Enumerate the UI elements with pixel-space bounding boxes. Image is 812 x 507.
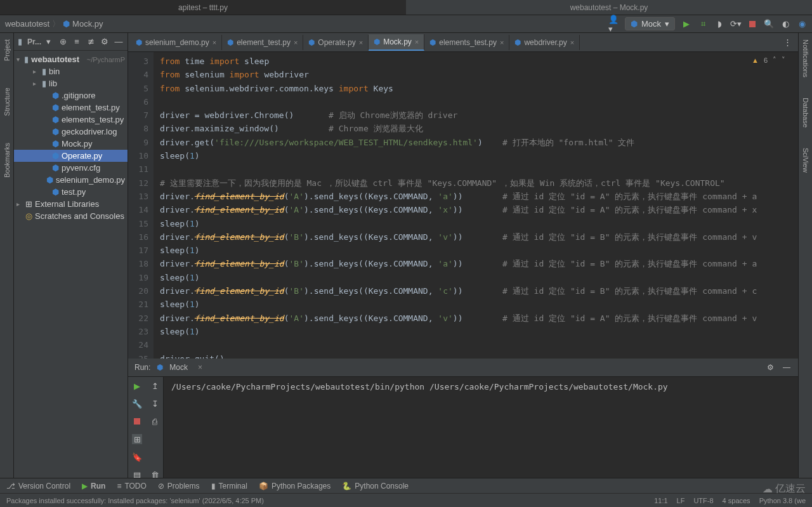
run-config-selector[interactable]: ⬢ Mock ▾ [625,17,675,30]
tree-file[interactable]: ⬢pyvenv.cfg [14,162,128,174]
close-icon[interactable]: × [570,39,574,46]
line-separator[interactable]: LF [677,497,685,504]
filter-icon[interactable]: ▤ [132,470,142,478]
python-file-icon: ⬢ [514,38,521,47]
step-down-icon[interactable]: ↧ [150,398,160,409]
breadcrumb-separator: 〉 [52,18,60,30]
tool-python-console[interactable]: 🐍 Python Console [342,482,409,491]
navbar: webautotest 〉 ⬢ Mock.py 👤▾ ⬢ Mock ▾ ▶ ⌗ … [0,15,812,33]
project-header: ▮ Pr... ▾ ⊕ ≡ ≢ ⚙ — [14,33,128,51]
tree-file[interactable]: ⬢element_test.py [14,102,128,114]
run-output-line: /Users/caoke/PycharmProjects/webautotest… [171,382,790,392]
stop-icon[interactable] [747,19,757,29]
side-tab-project[interactable]: Project [2,36,12,65]
wrench-icon[interactable]: 🔧 [132,398,142,409]
coverage-icon[interactable]: ◗ [714,19,724,29]
chevron-down-icon[interactable]: ▾ [46,37,51,46]
export-icon[interactable]: ⎙ [150,416,160,426]
right-tool-gutter: Notifications Database SciView [798,33,812,478]
tree-file[interactable]: ⬢Operate.py [14,150,128,162]
title-left: apitest – tttt.py [0,0,406,15]
breadcrumb: webautotest 〉 ⬢ Mock.py [5,18,103,30]
bookmark-icon[interactable]: 🔖 [132,452,142,462]
project-tree[interactable]: ▾▮ webautotest ~/PycharmP ▸▮bin ▸▮lib ⬢.… [14,51,128,225]
run-config-name: Mock [641,19,661,29]
stop-icon[interactable] [132,416,142,426]
indent-info[interactable]: 4 spaces [723,497,750,504]
chevron-down-icon[interactable]: ˅ [782,56,785,64]
file-encoding[interactable]: UTF-8 [693,497,713,504]
python-file-icon: ⬢ [63,19,70,29]
gear-icon[interactable]: ⚙ [765,362,775,372]
title-right: webautotest – Mock.py [406,0,812,15]
breadcrumb-file[interactable]: Mock.py [72,19,103,29]
editor-tab[interactable]: ⬢Mock.py× [369,34,424,51]
tree-folder-lib[interactable]: ▸▮lib [14,77,128,89]
code-inspection-status[interactable]: ▲ 6 ˄ ˅ [752,56,785,64]
close-icon[interactable]: × [198,363,202,372]
tree-folder-bin[interactable]: ▸▮bin [14,65,128,77]
search-icon[interactable]: 🔍 [764,19,774,29]
editor-tab[interactable]: ⬢webdriver.py× [509,35,580,50]
side-tab-bookmarks[interactable]: Bookmarks [2,139,12,181]
debug-icon[interactable]: ⌗ [698,19,708,29]
tool-python-packages[interactable]: 📦 Python Packages [259,482,331,491]
close-icon[interactable]: × [359,39,363,46]
interpreter-info[interactable]: Python 3.8 (we [759,497,806,504]
tree-file[interactable]: ⬢Mock.py [14,138,128,150]
tool-problems[interactable]: ⊘ Problems [158,482,200,491]
tool-run[interactable]: ▶ Run [82,482,105,491]
profile-icon[interactable]: ⟳▾ [731,19,741,29]
tool-version-control[interactable]: ⎇ Version Control [6,482,70,491]
chevron-up-icon[interactable]: ˄ [773,56,776,64]
hide-icon[interactable]: — [114,37,124,47]
more-tabs-icon[interactable]: ⋮ [777,37,798,47]
rerun-icon[interactable]: ▶ [132,381,142,391]
layout-icon[interactable]: ⊞ [132,434,142,444]
close-icon[interactable]: × [213,39,216,46]
hide-icon[interactable]: — [782,362,792,372]
tree-file[interactable]: ⬢elements_test.py [14,114,128,126]
close-icon[interactable]: × [415,38,419,46]
code-content[interactable]: from time import sleep from selenium imp… [154,52,798,359]
gear-icon[interactable]: ⚙ [100,37,110,47]
user-icon[interactable]: 👤▾ [608,19,619,29]
side-tab-database[interactable]: Database [801,94,811,131]
warning-icon: ▲ [752,56,759,64]
settings-icon[interactable]: ◐ [780,19,790,29]
tree-file[interactable]: ⬢selenium_demo.py [14,174,128,186]
side-tab-structure[interactable]: Structure [2,84,12,120]
warning-count: 6 [764,56,768,64]
python-file-icon: ⬢ [227,38,233,47]
editor-tab[interactable]: ⬢elements_test.py× [424,35,509,50]
editor-tab[interactable]: ⬢selenium_demo.py× [131,35,222,50]
locate-icon[interactable]: ⊕ [58,37,68,47]
tool-todo[interactable]: ≡ TODO [117,482,146,491]
breadcrumb-project[interactable]: webautotest [5,19,49,29]
status-bar: Packages installed successfully: Install… [0,493,812,507]
tree-root[interactable]: ▾▮ webautotest ~/PycharmP [14,53,128,65]
run-output[interactable]: /Users/caoke/PycharmProjects/webautotest… [164,377,798,478]
editor-tab[interactable]: ⬢element_test.py× [222,35,303,50]
tree-external-libs[interactable]: ▸⊞External Libraries [14,198,128,210]
tree-file[interactable]: ⬢.gitignore [14,89,128,102]
side-tab-notifications[interactable]: Notifications [801,36,811,81]
caret-position[interactable]: 11:1 [654,497,667,504]
updates-icon[interactable]: ◉ [797,19,807,29]
close-icon[interactable]: × [500,39,504,46]
code-area[interactable]: 345678910111213141516171819202122232425 … [128,52,798,359]
expand-icon[interactable]: ≡ [72,37,82,47]
close-icon[interactable]: × [294,39,298,46]
editor-tab[interactable]: ⬢Operate.py× [303,35,369,50]
collapse-icon[interactable]: ≢ [86,37,96,47]
run-icon[interactable]: ▶ [681,19,691,29]
tree-file[interactable]: ⬢test.py [14,186,128,198]
step-up-icon[interactable]: ↥ [150,381,160,391]
run-title: Run: [134,363,150,372]
side-tab-sciview[interactable]: SciView [801,144,811,176]
tree-scratches[interactable]: ◎Scratches and Consoles [14,210,128,222]
trash-icon[interactable]: 🗑 [150,470,160,478]
python-file-icon: ⬢ [136,38,142,47]
tree-file[interactable]: ⬢geckodriver.log [14,126,128,138]
tool-terminal[interactable]: ▮ Terminal [211,482,247,491]
